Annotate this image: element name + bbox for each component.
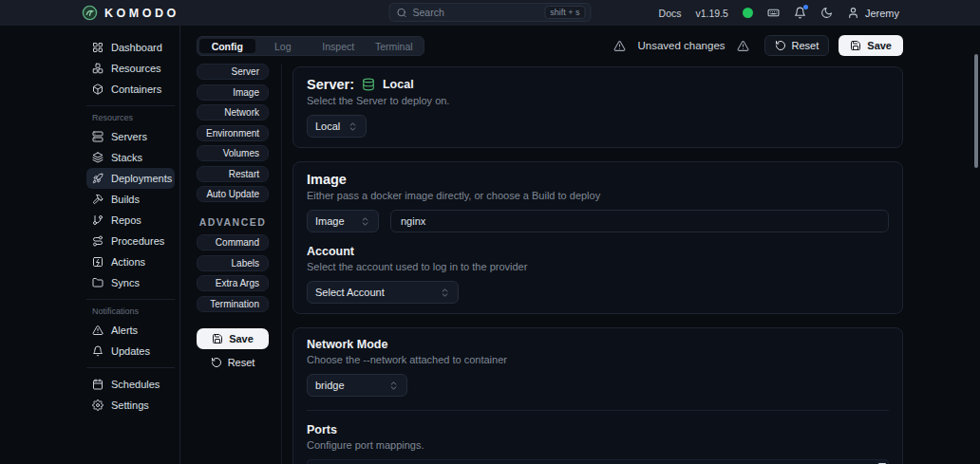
network-mode-select[interactable]: bridge (307, 374, 407, 397)
topbar: KOMODO shift + s Docs v1.19.5 Jeremy (0, 0, 980, 26)
gear-icon (92, 399, 104, 411)
rocket-icon (92, 173, 104, 184)
content-divider (281, 64, 282, 464)
config-nav-restart[interactable]: Restart (197, 166, 269, 182)
notification-badge (803, 5, 808, 9)
username: Jeremy (865, 8, 899, 19)
sidebar-item-resources[interactable]: Resources (86, 58, 175, 79)
unsaved-warning-icon (737, 40, 749, 52)
sidebar-item-alerts[interactable]: Alerts (86, 320, 175, 341)
theme-toggle-moon-icon[interactable] (820, 7, 833, 19)
user-icon (847, 7, 859, 19)
config-section-nav: Server Image Network Environment Volumes… (197, 64, 269, 373)
unsaved-changes-label: Unsaved changes (637, 40, 725, 51)
folder-sync-icon (92, 277, 104, 288)
sidebar-item-label: Alerts (111, 325, 138, 336)
container-icon (92, 84, 104, 95)
config-nav-command[interactable]: Command (197, 234, 269, 251)
sidebar-item-label: Updates (111, 345, 150, 357)
account-select[interactable]: Select Account (307, 281, 459, 304)
database-icon (362, 78, 375, 91)
sidebar-item-deployments[interactable]: Deployments (86, 168, 175, 189)
sidebar-item-actions[interactable]: Actions (86, 251, 175, 272)
chevrons-up-down-icon (388, 380, 399, 391)
tab-log[interactable]: Log (255, 39, 311, 53)
core-status-dot[interactable] (743, 8, 753, 18)
sidebar-item-servers[interactable]: Servers (86, 126, 175, 147)
reset-button-sidebar[interactable]: Reset (197, 352, 269, 373)
config-nav-server[interactable]: Server (197, 64, 269, 80)
sidebar: Dashboard Resources Containers Resources… (81, 26, 180, 464)
search-input[interactable] (413, 7, 539, 18)
notifications-button[interactable] (794, 7, 806, 19)
config-nav-extra-args[interactable]: Extra Args (197, 275, 269, 291)
sidebar-section-resources: Resources (92, 113, 175, 122)
sidebar-item-builds[interactable]: Builds (86, 189, 175, 210)
user-menu[interactable]: Jeremy (847, 7, 899, 19)
app-logo[interactable]: KOMODO (82, 0, 179, 26)
version-label: v1.19.5 (695, 8, 727, 19)
sidebar-item-dashboard[interactable]: Dashboard (86, 37, 175, 58)
network-mode-title: Network Mode (307, 338, 889, 351)
sidebar-item-repos[interactable]: Repos (86, 210, 175, 231)
config-nav-image[interactable]: Image (197, 84, 269, 101)
sidebar-divider (86, 105, 175, 106)
sidebar-item-schedules[interactable]: Schedules (86, 374, 175, 395)
advanced-section-label: ADVANCED (197, 216, 269, 228)
server-icon (92, 131, 104, 142)
tab-inspect[interactable]: Inspect (311, 39, 367, 53)
komodo-logo-icon (82, 5, 98, 21)
tab-terminal[interactable]: Terminal (367, 39, 423, 53)
route-icon (92, 235, 104, 247)
config-nav-volumes[interactable]: Volumes (197, 145, 269, 161)
config-nav-environment[interactable]: Environment (197, 125, 269, 141)
config-nav-network[interactable]: Network (197, 104, 269, 121)
save-button-label: Save (229, 333, 254, 344)
sidebar-item-settings[interactable]: Settings (86, 395, 175, 416)
reset-button[interactable]: Reset (764, 35, 830, 56)
config-nav-auto-update[interactable]: Auto Update (197, 186, 269, 202)
sidebar-item-syncs[interactable]: Syncs (86, 272, 175, 293)
sidebar-item-label: Dashboard (111, 42, 162, 53)
topbar-actions: Docs v1.19.5 Jeremy (659, 0, 899, 26)
dashboard-icon (92, 42, 104, 53)
server-select[interactable]: Local (307, 115, 367, 138)
sidebar-item-stacks[interactable]: Stacks (86, 147, 175, 168)
alert-triangle-icon (92, 325, 104, 336)
chevrons-up-down-icon (440, 288, 450, 298)
ports-title: Ports (307, 423, 889, 436)
sidebar-item-label: Builds (111, 194, 140, 205)
sidebar-item-label: Procedures (111, 235, 164, 247)
tab-config[interactable]: Config (199, 39, 255, 53)
save-button-sidebar[interactable]: Save (197, 328, 269, 349)
search-icon (397, 8, 407, 18)
image-type-value: Image (315, 215, 345, 227)
image-input[interactable] (390, 210, 889, 232)
hammer-icon (92, 194, 104, 205)
card-divider (307, 410, 889, 411)
page-scrollbar-thumb[interactable] (974, 54, 978, 168)
save-button[interactable]: Save (839, 35, 903, 56)
app-logo-text: KOMODO (104, 7, 179, 20)
docs-link[interactable]: Docs (659, 8, 682, 19)
keyboard-shortcuts-icon[interactable] (767, 7, 780, 19)
config-nav-termination[interactable]: Termination (197, 296, 269, 312)
sidebar-item-label: Settings (111, 399, 149, 411)
sidebar-item-label: Stacks (111, 152, 142, 163)
search-bar[interactable]: shift + s (389, 3, 592, 22)
sidebar-item-label: Syncs (111, 277, 140, 288)
bell-icon (92, 345, 104, 357)
server-name-link[interactable]: Local (383, 78, 414, 91)
unsaved-warning-icon (613, 40, 626, 52)
sidebar-item-procedures[interactable]: Procedures (86, 231, 175, 251)
image-type-select[interactable]: Image (307, 210, 379, 232)
account-description: Select the account used to log in to the… (307, 261, 889, 272)
config-nav-labels[interactable]: Labels (197, 255, 269, 271)
reset-icon (211, 357, 222, 368)
reset-button-label: Reset (228, 357, 255, 368)
sidebar-item-containers[interactable]: Containers (86, 79, 175, 100)
ports-code-editor[interactable]: 1 80:80 2 (307, 459, 889, 464)
network-mode-description: Choose the --network attached to contain… (307, 354, 889, 365)
sidebar-item-updates[interactable]: Updates (86, 341, 175, 362)
server-section-title: Server: (307, 77, 354, 92)
